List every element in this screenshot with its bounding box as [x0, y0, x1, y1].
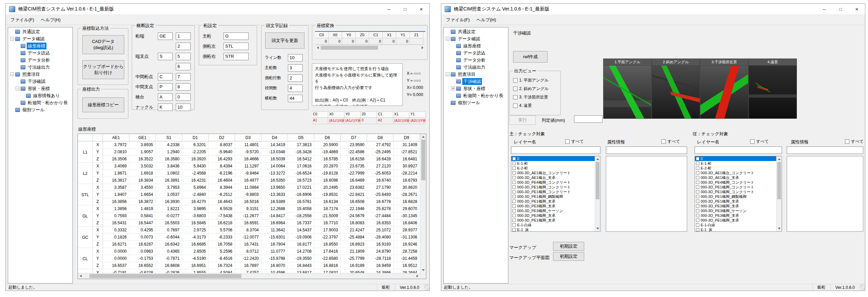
checkbox-icon[interactable]: [696, 185, 699, 189]
expander-icon[interactable]: +: [451, 87, 455, 90]
attribute-list-secondary[interactable]: [787, 156, 863, 232]
scrollbar-thumb[interactable]: [596, 162, 599, 199]
vertical-scrollbar[interactable]: [420, 134, 426, 273]
prefix-code-input[interactable]: [158, 53, 173, 60]
layer-item[interactable]: 000-3D_PE1橋脚_支承: [511, 218, 595, 223]
table-row[interactable]: X 1.38561.48191.82213.98956.55289.315112…: [78, 205, 426, 212]
layer-item[interactable]: E-1_床: [695, 227, 776, 231]
checkbox-icon[interactable]: [512, 200, 516, 203]
table-row[interactable]: STL Y 1.84071.66541.0537-2.4840-6.2512-9…: [78, 191, 426, 198]
transform-horizontal-scrollbar[interactable]: [315, 45, 425, 50]
layer-item[interactable]: 000-3D_PE1橋脚_コンクリート: [695, 185, 776, 189]
scroll-down-button[interactable]: [595, 226, 600, 231]
count-input[interactable]: [176, 93, 191, 101]
count-value-input[interactable]: [288, 64, 303, 72]
prefix-code-input[interactable]: [158, 83, 173, 91]
tree-item[interactable]: 線形座標: [444, 42, 508, 49]
table-row[interactable]: X 3.35873.45503.79535.89648.394411.08641…: [78, 184, 426, 191]
tree-item[interactable]: - データ確認: [444, 35, 508, 42]
checkbox-icon[interactable]: [512, 195, 516, 198]
column-header[interactable]: D8: [367, 134, 394, 141]
tree-item[interactable]: 共通設定: [444, 28, 508, 35]
tree-item[interactable]: + 形状・座標: [444, 85, 508, 92]
checkbox-icon[interactable]: [696, 190, 699, 193]
scroll-right-button[interactable]: [420, 45, 425, 50]
transform-value-cell[interactable]: 0: [342, 38, 356, 45]
tree-item[interactable]: 線形座標: [8, 42, 72, 49]
checkbox-icon[interactable]: [696, 219, 699, 222]
scrollbar-thumb[interactable]: [89, 274, 241, 278]
table-row[interactable]: Z 16.543116.544716.550316.584516.621816.…: [78, 220, 426, 227]
menu-item[interactable]: ファイル(F): [443, 15, 473, 25]
count-input[interactable]: [176, 104, 191, 111]
viewer-thumbnail-oblique[interactable]: 2.斜めアングル: [652, 59, 700, 119]
table-row[interactable]: GL Y 0.75930.5841-0.0277-3.6803-7.5438-1…: [78, 212, 426, 220]
column-header[interactable]: D5: [288, 134, 314, 141]
layer-item[interactable]: 000-3D_PE3橋脚_ケーソン: [511, 208, 595, 213]
layer-item[interactable]: 000-3D_PE1橋脚_鋼製橋脚: [511, 194, 595, 199]
layer-item[interactable]: 000-3D_AE1橋台_支承: [695, 175, 776, 180]
column-header[interactable]: D6: [314, 134, 341, 141]
layer-item[interactable]: 0: [511, 156, 595, 161]
tree-item[interactable]: 寸法線出力: [444, 64, 508, 71]
layer-list-primary[interactable]: 0 E-1-桁 E-2-桁 000-3D_AE1橋台_コンクリート: [511, 156, 600, 232]
checkbox-icon[interactable]: [512, 185, 516, 189]
tree-item[interactable]: 寸法線出力: [8, 64, 72, 71]
menu-item[interactable]: ヘルプ(H): [38, 15, 64, 25]
tree-item[interactable]: - 照査項目: [444, 71, 508, 78]
layer-list-secondary[interactable]: 0 E-1-桁 E-2-桁 000-3D_AE1橋台_コンクリート: [695, 156, 782, 232]
layer-item[interactable]: E-2-桁: [511, 166, 595, 170]
table-row[interactable]: Z 16.385616.387216.393016.427016.464316.…: [78, 198, 426, 205]
scrollbar-thumb[interactable]: [321, 46, 378, 50]
scrollbar-thumb[interactable]: [421, 140, 425, 180]
resize-grip[interactable]: [424, 284, 429, 291]
checkbox-icon[interactable]: [512, 157, 516, 160]
layer-item[interactable]: 000-3D_PE3橋脚_支承: [695, 213, 776, 218]
table-row[interactable]: Z 16.653716.655216.660816.695116.732416.…: [78, 262, 426, 269]
scroll-left-button[interactable]: [315, 45, 321, 50]
layer-item[interactable]: 000-3D_PE3橋脚_支承: [511, 204, 595, 208]
checkbox-icon[interactable]: [512, 166, 516, 170]
tree-item[interactable]: 干渉確認: [444, 78, 508, 85]
checkbox-icon[interactable]: [696, 223, 699, 227]
tree-item[interactable]: 干渉確認: [8, 78, 72, 85]
tree-item[interactable]: 桁遊間・桁かかり長: [444, 92, 508, 99]
count-value-input[interactable]: [288, 54, 303, 62]
expander-icon[interactable]: -: [10, 72, 14, 76]
transform-value-cell[interactable]: 0: [383, 38, 396, 45]
checkbox-icon[interactable]: [696, 228, 699, 231]
select-all-layers-secondary[interactable]: すべて: [750, 138, 769, 144]
markup-init-button[interactable]: 初期設定: [553, 242, 584, 251]
minimize-button[interactable]: ─: [816, 4, 832, 15]
menu-item[interactable]: ヘルプ(H): [473, 15, 500, 25]
layer-item[interactable]: E-1_床: [511, 227, 595, 231]
layer-item[interactable]: 000-3D_PE1橋脚_コンクリート: [511, 185, 595, 189]
girder-code-input[interactable]: [224, 32, 249, 40]
table-row[interactable]: X 3.40693.50323.84365.94308.439411.12971…: [78, 163, 426, 170]
column-header[interactable]: D7: [341, 134, 367, 141]
expander-icon[interactable]: -: [10, 37, 14, 41]
column-header[interactable]: D2: [209, 134, 235, 141]
tree-item[interactable]: - 照査項目: [8, 71, 72, 78]
transform-value-cell[interactable]: 0: [329, 38, 342, 45]
layer-item[interactable]: 000-3D_PE1橋脚_支承: [695, 199, 776, 204]
viewer-image-plan[interactable]: [603, 65, 652, 119]
layer-item[interactable]: 000-3D_PE3橋脚_支承: [695, 204, 776, 208]
layer-item[interactable]: 000-3D_AE1橋台_コンクリート: [695, 170, 776, 175]
count-input[interactable]: [176, 63, 191, 70]
expander-icon[interactable]: -: [16, 87, 19, 90]
layer-filter-secondary[interactable]: [695, 146, 782, 154]
checkbox-icon[interactable]: [696, 171, 699, 175]
scroll-up-button[interactable]: [421, 134, 426, 140]
attribute-list-primary[interactable]: [606, 156, 687, 232]
table-row[interactable]: L2 Y 1.86711.69181.0802-2.4568-6.2196-9.…: [78, 170, 426, 177]
count-input[interactable]: [176, 83, 191, 91]
column-header[interactable]: AE1: [103, 134, 129, 141]
count-input[interactable]: [176, 73, 191, 81]
checkbox-icon[interactable]: [512, 171, 516, 175]
run-button[interactable]: 実行: [509, 115, 536, 125]
tree-item[interactable]: データ分析: [444, 56, 508, 64]
select-all-layers-primary[interactable]: すべて: [565, 138, 584, 144]
transform-value-cell[interactable]: 0: [315, 38, 329, 45]
menu-item[interactable]: ファイル(F): [7, 15, 38, 25]
